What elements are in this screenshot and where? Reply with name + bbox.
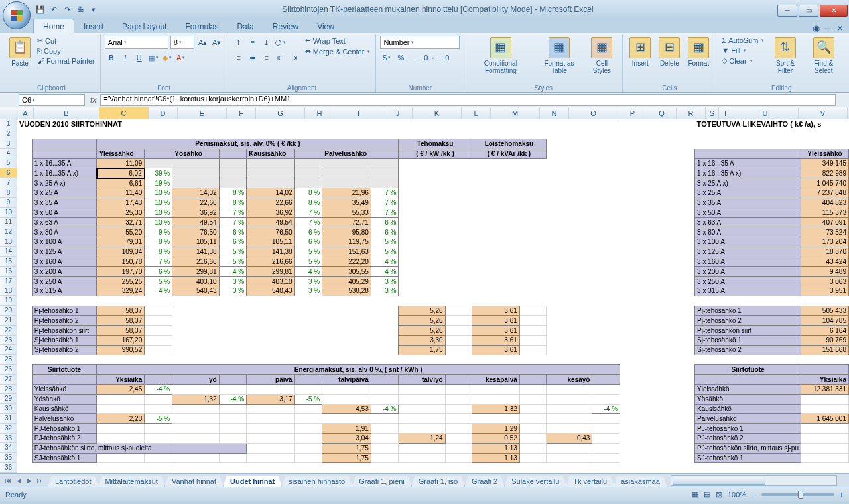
ribbon-close-icon[interactable]: ✕ bbox=[836, 23, 844, 33]
sheet-tab[interactable]: Graafi 2 bbox=[464, 476, 505, 487]
sheet-first-icon[interactable]: ⏮ bbox=[3, 477, 13, 484]
tab-page-layout[interactable]: Page Layout bbox=[113, 19, 176, 33]
sheet-tab[interactable]: Lähtötiedot bbox=[48, 476, 98, 487]
sheet-tab[interactable]: Graafi 1, pieni bbox=[352, 476, 411, 487]
col-header-D[interactable]: D bbox=[149, 107, 178, 119]
sheet-tab[interactable]: asiakasmää bbox=[614, 476, 667, 487]
row-header-8[interactable]: 8 bbox=[0, 188, 17, 198]
row-header-16[interactable]: 16 bbox=[0, 267, 17, 277]
orientation[interactable]: ⭯ bbox=[274, 36, 287, 49]
cell-styles-button[interactable]: ▦Cell Styles bbox=[586, 36, 619, 76]
fill-color-button[interactable]: ◆ bbox=[161, 51, 174, 64]
tab-home[interactable]: Home bbox=[33, 19, 74, 33]
percent-format[interactable]: % bbox=[394, 51, 407, 64]
spreadsheet-grid[interactable]: ABCDEFGHIJKLMNOPQRSTUV 12345678910111213… bbox=[0, 107, 849, 473]
align-middle[interactable]: ≡ bbox=[246, 36, 259, 49]
col-header-L[interactable]: L bbox=[462, 107, 491, 119]
fx-icon[interactable]: fx bbox=[86, 95, 100, 105]
font-color-button[interactable]: A bbox=[174, 51, 188, 64]
tab-data[interactable]: Data bbox=[228, 19, 263, 33]
col-header-M[interactable]: M bbox=[491, 107, 540, 119]
border-button[interactable]: ▦ bbox=[147, 51, 160, 64]
italic-button[interactable]: I bbox=[119, 51, 132, 64]
print-icon[interactable]: 🖶 bbox=[76, 5, 85, 14]
row-header-32[interactable]: 32 bbox=[0, 424, 17, 434]
row-header-34[interactable]: 34 bbox=[0, 443, 17, 453]
underline-button[interactable]: U bbox=[133, 51, 146, 64]
view-normal-icon[interactable]: ▦ bbox=[692, 490, 698, 499]
sheet-tab[interactable]: sisäinen hinnasto bbox=[281, 476, 352, 487]
ribbon-minimize-icon[interactable]: ─ bbox=[825, 23, 831, 33]
format-painter-button[interactable]: 🖌Format Painter bbox=[36, 56, 96, 66]
bold-button[interactable]: B bbox=[105, 51, 118, 64]
view-layout-icon[interactable]: ▤ bbox=[704, 490, 710, 499]
col-header-E[interactable]: E bbox=[178, 107, 227, 119]
row-header-30[interactable]: 30 bbox=[0, 404, 17, 414]
name-box[interactable]: C6 bbox=[19, 94, 85, 106]
number-format-combo[interactable]: Number bbox=[380, 36, 460, 49]
align-right[interactable]: ≡ bbox=[260, 51, 273, 64]
save-icon[interactable]: 💾 bbox=[36, 5, 45, 14]
row-header-28[interactable]: 28 bbox=[0, 385, 17, 395]
align-center[interactable]: ≣ bbox=[246, 51, 259, 64]
sheet-prev-icon[interactable]: ◀ bbox=[13, 477, 24, 484]
row-header-31[interactable]: 31 bbox=[0, 414, 17, 424]
col-header-R[interactable]: R bbox=[677, 107, 706, 119]
row-header-24[interactable]: 24 bbox=[0, 345, 17, 355]
sheet-last-icon[interactable]: ⏭ bbox=[34, 477, 45, 484]
select-all-button[interactable] bbox=[0, 107, 17, 119]
conditional-formatting-button[interactable]: ▦Conditional Formatting bbox=[468, 36, 533, 76]
row-header-20[interactable]: 20 bbox=[0, 306, 17, 316]
accounting-format[interactable]: $ bbox=[380, 51, 393, 64]
row-header-11[interactable]: 11 bbox=[0, 218, 17, 227]
col-header-U[interactable]: U bbox=[732, 107, 799, 119]
clear-button[interactable]: ◇Clear bbox=[720, 56, 765, 66]
format-as-table-button[interactable]: ▦Format as Table bbox=[535, 36, 582, 76]
office-button[interactable] bbox=[3, 1, 31, 29]
indent-inc[interactable]: ⇥ bbox=[288, 51, 301, 64]
tab-insert[interactable]: Insert bbox=[74, 19, 113, 33]
row-header-17[interactable]: 17 bbox=[0, 277, 17, 286]
fill-button[interactable]: ▼Fill bbox=[720, 46, 765, 55]
sort-filter-button[interactable]: ⇅Sort & Filter bbox=[768, 36, 802, 76]
view-break-icon[interactable]: ▧ bbox=[716, 490, 722, 499]
col-header-F[interactable]: F bbox=[227, 107, 256, 119]
tab-review[interactable]: Review bbox=[263, 19, 308, 33]
col-header-H[interactable]: H bbox=[305, 107, 334, 119]
row-header-15[interactable]: 15 bbox=[0, 257, 17, 267]
qat-more-icon[interactable]: ▾ bbox=[89, 5, 98, 14]
col-header-Q[interactable]: Q bbox=[647, 107, 677, 119]
col-header-B[interactable]: B bbox=[34, 107, 99, 119]
align-bottom[interactable]: ⤓ bbox=[260, 36, 273, 49]
sheet-tab[interactable]: Mittalaitemaksut bbox=[98, 476, 164, 487]
indent-dec[interactable]: ⇤ bbox=[274, 51, 287, 64]
sheet-next-icon[interactable]: ▶ bbox=[24, 477, 34, 484]
row-header-19[interactable]: 19 bbox=[0, 296, 17, 306]
col-header-K[interactable]: K bbox=[413, 107, 462, 119]
row-header-9[interactable]: 9 bbox=[0, 198, 17, 208]
col-header-T[interactable]: T bbox=[719, 107, 732, 119]
maximize-button[interactable]: ▭ bbox=[799, 5, 818, 17]
row-header-1[interactable]: 1 bbox=[0, 119, 17, 129]
row-header-13[interactable]: 13 bbox=[0, 237, 17, 247]
row-header-36[interactable]: 36 bbox=[0, 463, 17, 473]
row-header-7[interactable]: 7 bbox=[0, 178, 17, 188]
col-header-A[interactable]: A bbox=[17, 107, 34, 119]
row-header-18[interactable]: 18 bbox=[0, 286, 17, 296]
row-header-21[interactable]: 21 bbox=[0, 316, 17, 326]
row-header-5[interactable]: 5 bbox=[0, 158, 17, 168]
col-header-I[interactable]: I bbox=[334, 107, 383, 119]
row-header-3[interactable]: 3 bbox=[0, 139, 17, 149]
col-header-O[interactable]: O bbox=[569, 107, 618, 119]
row-header-10[interactable]: 10 bbox=[0, 208, 17, 218]
minimize-button[interactable]: ─ bbox=[777, 5, 797, 17]
row-header-33[interactable]: 33 bbox=[0, 434, 17, 444]
col-header-P[interactable]: P bbox=[618, 107, 647, 119]
zoom-out-icon[interactable]: − bbox=[751, 491, 755, 499]
row-header-22[interactable]: 22 bbox=[0, 326, 17, 336]
redo-icon[interactable]: ↷ bbox=[62, 5, 72, 14]
font-name-combo[interactable]: Arial bbox=[105, 36, 168, 49]
row-header-4[interactable]: 4 bbox=[0, 149, 17, 158]
shrink-font-icon[interactable]: A▾ bbox=[210, 36, 224, 49]
sheet-tab[interactable]: Uudet hinnat bbox=[223, 476, 282, 487]
